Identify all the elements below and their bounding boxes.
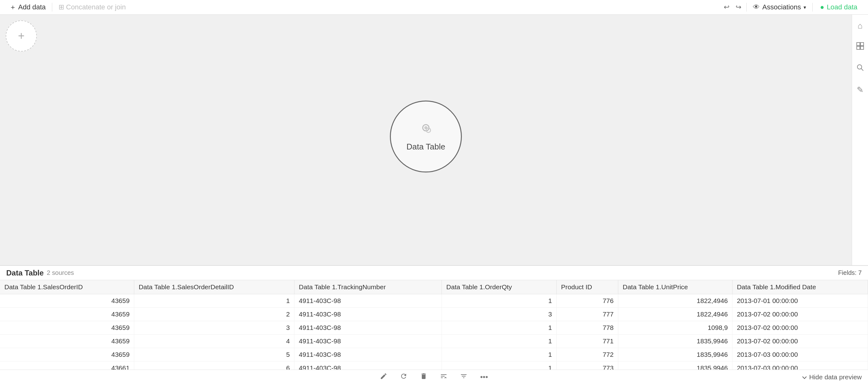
table-cell: 1	[442, 321, 557, 334]
svg-rect-6	[861, 46, 864, 50]
preview-title: Data Table	[6, 268, 44, 277]
table-cell: 4	[134, 334, 294, 348]
grid-icon[interactable]	[854, 39, 867, 55]
table-cell: 776	[557, 294, 618, 308]
table-cell: 5	[134, 348, 294, 361]
table-cell: 43659	[0, 308, 134, 321]
svg-line-8	[861, 68, 863, 71]
table-cell: 1822,4946	[618, 308, 732, 321]
table-header-row: Data Table 1.SalesOrderIDData Table 1.Sa…	[0, 280, 868, 294]
data-preview: Data Table 2 sources Fields: 7 Data Tabl…	[0, 265, 868, 384]
table-cell: 773	[557, 361, 618, 370]
table-row: 4366164911-403C-9817731835,99462013-07-0…	[0, 361, 868, 370]
node-icon	[418, 121, 433, 139]
svg-rect-3	[857, 42, 860, 46]
table-cell: 1	[134, 294, 294, 308]
table-cell: 1	[442, 294, 557, 308]
more-tool-button[interactable]: •••	[477, 371, 491, 383]
table-cell: 2013-07-02 00:00:00	[732, 334, 868, 348]
table-cell: 4911-403C-98	[294, 361, 442, 370]
table-column-header: Data Table 1.OrderQty	[442, 280, 557, 294]
svg-rect-4	[861, 42, 864, 46]
toolbar-divider-3	[812, 3, 813, 11]
edit-sidebar-icon[interactable]: ✎	[854, 83, 866, 97]
associations-button[interactable]: 👁 Associations ▾	[748, 1, 810, 13]
table-row: 4365934911-403C-9817781098,92013-07-02 0…	[0, 321, 868, 334]
concatenate-join-button[interactable]: ⊞ Concatenate or join	[54, 1, 130, 13]
table-column-header: Data Table 1.UnitPrice	[618, 280, 732, 294]
toolbar-divider-2	[746, 3, 747, 11]
split-tool-button[interactable]	[437, 371, 451, 384]
table-cell: 43659	[0, 294, 134, 308]
load-icon: ●	[820, 3, 824, 11]
table-cell: 1822,4946	[618, 294, 732, 308]
table-cell: 2	[134, 308, 294, 321]
table-cell: 771	[557, 334, 618, 348]
add-data-label: Add data	[18, 3, 46, 11]
table-cell: 1	[442, 334, 557, 348]
preview-table-container[interactable]: Data Table 1.SalesOrderIDData Table 1.Sa…	[0, 280, 868, 370]
table-column-header: Product ID	[557, 280, 618, 294]
redo-button[interactable]: ↪	[733, 1, 744, 13]
table-head: Data Table 1.SalesOrderIDData Table 1.Sa…	[0, 280, 868, 294]
svg-point-7	[857, 65, 862, 69]
filter-tool-button[interactable]	[457, 371, 471, 384]
delete-tool-button[interactable]	[417, 371, 431, 384]
table-column-header: Data Table 1.SalesOrderID	[0, 280, 134, 294]
home-icon[interactable]: ⌂	[855, 19, 865, 33]
hide-preview-label: Hide data preview	[809, 373, 862, 381]
hide-preview-button[interactable]: Hide data preview	[802, 373, 862, 381]
add-data-circle[interactable]: +	[6, 20, 37, 52]
associations-label: Associations	[762, 3, 801, 11]
refresh-tool-button[interactable]	[397, 371, 410, 384]
table-cell: 4911-403C-98	[294, 348, 442, 361]
preview-header: Data Table 2 sources Fields: 7	[0, 266, 868, 280]
table-cell: 3	[134, 321, 294, 334]
table-cell: 4911-403C-98	[294, 321, 442, 334]
table-cell: 1	[442, 348, 557, 361]
toolbar: ＋ Add data ⊞ Concatenate or join ↩ ↪ 👁 A…	[0, 0, 868, 15]
table-cell: 3	[442, 308, 557, 321]
table-cell: 4911-403C-98	[294, 294, 442, 308]
preview-toolbar: ••• Hide data preview	[0, 370, 868, 384]
table-cell: 4911-403C-98	[294, 308, 442, 321]
table-body: 4365914911-403C-9817761822,49462013-07-0…	[0, 294, 868, 370]
preview-table: Data Table 1.SalesOrderIDData Table 1.Sa…	[0, 280, 868, 370]
table-row: 4365944911-403C-9817711835,99462013-07-0…	[0, 334, 868, 348]
table-cell: 1835,9946	[618, 361, 732, 370]
eye-icon: 👁	[753, 3, 760, 11]
svg-rect-5	[857, 46, 860, 50]
chevron-down-icon: ▾	[804, 4, 806, 10]
table-column-header: Data Table 1.TrackingNumber	[294, 280, 442, 294]
concatenate-join-label: Concatenate or join	[66, 3, 126, 11]
edit-tool-button[interactable]	[377, 371, 391, 384]
undo-button[interactable]: ↩	[721, 1, 733, 13]
table-cell: 1835,9946	[618, 334, 732, 348]
preview-sources: 2 sources	[47, 269, 74, 277]
load-data-label: Load data	[827, 3, 857, 11]
toolbar-divider-1	[52, 3, 52, 11]
table-cell: 1	[442, 361, 557, 370]
search-sidebar-icon[interactable]	[854, 61, 867, 76]
table-cell: 2013-07-02 00:00:00	[732, 308, 868, 321]
plus-icon: +	[18, 29, 24, 42]
table-cell: 4911-403C-98	[294, 334, 442, 348]
table-cell: 2013-07-01 00:00:00	[732, 294, 868, 308]
data-table-node[interactable]: Data Table	[390, 100, 462, 172]
table-cell: 2013-07-02 00:00:00	[732, 321, 868, 334]
data-table-icon	[418, 121, 433, 136]
table-row: 4365914911-403C-9817761822,49462013-07-0…	[0, 294, 868, 308]
add-icon: ＋	[9, 2, 16, 12]
table-column-header: Data Table 1.Modified Date	[732, 280, 868, 294]
table-cell: 2013-07-03 00:00:00	[732, 348, 868, 361]
table-cell: 1835,9946	[618, 348, 732, 361]
table-cell: 6	[134, 361, 294, 370]
table-cell: 778	[557, 321, 618, 334]
add-data-button[interactable]: ＋ Add data	[5, 1, 50, 14]
table-cell: 43661	[0, 361, 134, 370]
preview-fields: Fields: 7	[838, 269, 862, 277]
table-column-header: Data Table 1.SalesOrderDetailID	[134, 280, 294, 294]
load-data-button[interactable]: ● Load data	[814, 1, 863, 14]
concat-icon: ⊞	[59, 3, 64, 11]
table-cell: 43659	[0, 334, 134, 348]
